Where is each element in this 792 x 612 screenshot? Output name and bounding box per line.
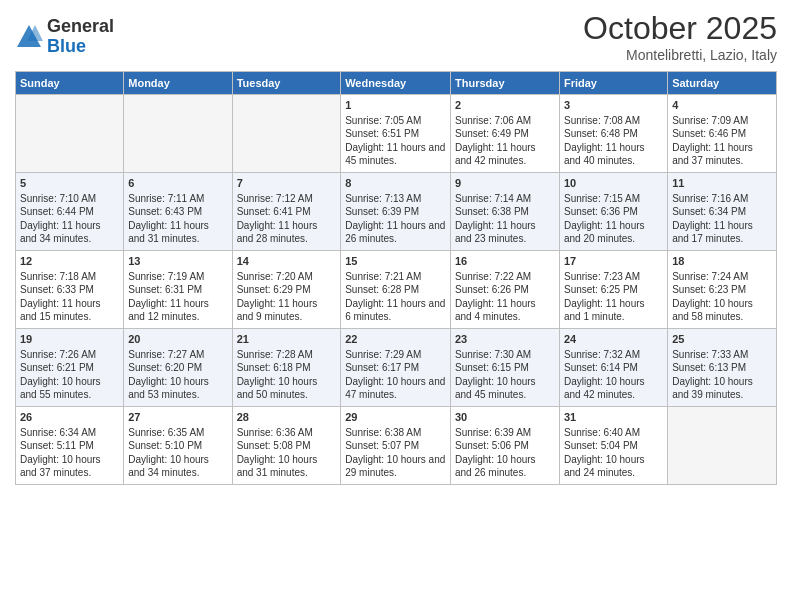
logo: General Blue: [15, 17, 114, 57]
day-number: 14: [237, 254, 337, 269]
day-number: 16: [455, 254, 555, 269]
calendar-cell: 21Sunrise: 7:28 AM Sunset: 6:18 PM Dayli…: [232, 329, 341, 407]
day-number: 9: [455, 176, 555, 191]
day-info: Sunrise: 7:22 AM Sunset: 6:26 PM Dayligh…: [455, 271, 536, 323]
day-info: Sunrise: 6:38 AM Sunset: 5:07 PM Dayligh…: [345, 427, 445, 479]
calendar-cell: 29Sunrise: 6:38 AM Sunset: 5:07 PM Dayli…: [341, 407, 451, 485]
day-number: 20: [128, 332, 227, 347]
calendar-cell: 26Sunrise: 6:34 AM Sunset: 5:11 PM Dayli…: [16, 407, 124, 485]
calendar-cell: 4Sunrise: 7:09 AM Sunset: 6:46 PM Daylig…: [668, 95, 777, 173]
calendar-cell: 14Sunrise: 7:20 AM Sunset: 6:29 PM Dayli…: [232, 251, 341, 329]
day-number: 21: [237, 332, 337, 347]
day-of-week-header: Saturday: [668, 72, 777, 95]
day-info: Sunrise: 7:21 AM Sunset: 6:28 PM Dayligh…: [345, 271, 445, 323]
calendar-cell: 25Sunrise: 7:33 AM Sunset: 6:13 PM Dayli…: [668, 329, 777, 407]
calendar-cell: 19Sunrise: 7:26 AM Sunset: 6:21 PM Dayli…: [16, 329, 124, 407]
day-number: 30: [455, 410, 555, 425]
day-number: 19: [20, 332, 119, 347]
day-info: Sunrise: 7:28 AM Sunset: 6:18 PM Dayligh…: [237, 349, 318, 401]
day-number: 10: [564, 176, 663, 191]
day-info: Sunrise: 7:27 AM Sunset: 6:20 PM Dayligh…: [128, 349, 209, 401]
calendar-week-row: 26Sunrise: 6:34 AM Sunset: 5:11 PM Dayli…: [16, 407, 777, 485]
day-number: 25: [672, 332, 772, 347]
calendar-cell: 13Sunrise: 7:19 AM Sunset: 6:31 PM Dayli…: [124, 251, 232, 329]
calendar-cell: 9Sunrise: 7:14 AM Sunset: 6:38 PM Daylig…: [451, 173, 560, 251]
calendar-cell: 1Sunrise: 7:05 AM Sunset: 6:51 PM Daylig…: [341, 95, 451, 173]
day-info: Sunrise: 7:33 AM Sunset: 6:13 PM Dayligh…: [672, 349, 753, 401]
day-info: Sunrise: 6:36 AM Sunset: 5:08 PM Dayligh…: [237, 427, 318, 479]
calendar-cell: 5Sunrise: 7:10 AM Sunset: 6:44 PM Daylig…: [16, 173, 124, 251]
day-info: Sunrise: 7:14 AM Sunset: 6:38 PM Dayligh…: [455, 193, 536, 245]
day-number: 2: [455, 98, 555, 113]
day-info: Sunrise: 7:12 AM Sunset: 6:41 PM Dayligh…: [237, 193, 318, 245]
day-number: 29: [345, 410, 446, 425]
day-of-week-header: Thursday: [451, 72, 560, 95]
day-number: 1: [345, 98, 446, 113]
day-number: 12: [20, 254, 119, 269]
day-info: Sunrise: 7:32 AM Sunset: 6:14 PM Dayligh…: [564, 349, 645, 401]
day-number: 27: [128, 410, 227, 425]
calendar-cell: 12Sunrise: 7:18 AM Sunset: 6:33 PM Dayli…: [16, 251, 124, 329]
calendar-cell: 2Sunrise: 7:06 AM Sunset: 6:49 PM Daylig…: [451, 95, 560, 173]
day-info: Sunrise: 7:24 AM Sunset: 6:23 PM Dayligh…: [672, 271, 753, 323]
logo-icon: [15, 23, 43, 51]
day-info: Sunrise: 7:15 AM Sunset: 6:36 PM Dayligh…: [564, 193, 645, 245]
calendar-cell: 20Sunrise: 7:27 AM Sunset: 6:20 PM Dayli…: [124, 329, 232, 407]
day-info: Sunrise: 7:29 AM Sunset: 6:17 PM Dayligh…: [345, 349, 445, 401]
calendar-table: SundayMondayTuesdayWednesdayThursdayFrid…: [15, 71, 777, 485]
day-number: 13: [128, 254, 227, 269]
calendar-body: 1Sunrise: 7:05 AM Sunset: 6:51 PM Daylig…: [16, 95, 777, 485]
calendar-cell: [16, 95, 124, 173]
calendar-cell: 7Sunrise: 7:12 AM Sunset: 6:41 PM Daylig…: [232, 173, 341, 251]
day-info: Sunrise: 7:09 AM Sunset: 6:46 PM Dayligh…: [672, 115, 753, 167]
day-number: 15: [345, 254, 446, 269]
day-info: Sunrise: 7:18 AM Sunset: 6:33 PM Dayligh…: [20, 271, 101, 323]
day-info: Sunrise: 7:06 AM Sunset: 6:49 PM Dayligh…: [455, 115, 536, 167]
page: General Blue October 2025 Montelibretti,…: [0, 0, 792, 612]
day-number: 24: [564, 332, 663, 347]
day-info: Sunrise: 7:16 AM Sunset: 6:34 PM Dayligh…: [672, 193, 753, 245]
calendar-cell: 24Sunrise: 7:32 AM Sunset: 6:14 PM Dayli…: [559, 329, 667, 407]
header: General Blue October 2025 Montelibretti,…: [15, 10, 777, 63]
day-of-week-header: Monday: [124, 72, 232, 95]
day-number: 17: [564, 254, 663, 269]
day-info: Sunrise: 6:40 AM Sunset: 5:04 PM Dayligh…: [564, 427, 645, 479]
day-info: Sunrise: 6:34 AM Sunset: 5:11 PM Dayligh…: [20, 427, 101, 479]
day-of-week-header: Tuesday: [232, 72, 341, 95]
calendar-cell: 10Sunrise: 7:15 AM Sunset: 6:36 PM Dayli…: [559, 173, 667, 251]
day-number: 6: [128, 176, 227, 191]
calendar-week-row: 12Sunrise: 7:18 AM Sunset: 6:33 PM Dayli…: [16, 251, 777, 329]
calendar-cell: 22Sunrise: 7:29 AM Sunset: 6:17 PM Dayli…: [341, 329, 451, 407]
day-number: 22: [345, 332, 446, 347]
logo-text: General Blue: [47, 17, 114, 57]
day-number: 31: [564, 410, 663, 425]
day-number: 28: [237, 410, 337, 425]
month-title: October 2025: [583, 10, 777, 47]
day-info: Sunrise: 7:26 AM Sunset: 6:21 PM Dayligh…: [20, 349, 101, 401]
calendar-header: SundayMondayTuesdayWednesdayThursdayFrid…: [16, 72, 777, 95]
day-info: Sunrise: 6:35 AM Sunset: 5:10 PM Dayligh…: [128, 427, 209, 479]
logo-general: General: [47, 16, 114, 36]
day-header-row: SundayMondayTuesdayWednesdayThursdayFrid…: [16, 72, 777, 95]
calendar-week-row: 1Sunrise: 7:05 AM Sunset: 6:51 PM Daylig…: [16, 95, 777, 173]
calendar-cell: 3Sunrise: 7:08 AM Sunset: 6:48 PM Daylig…: [559, 95, 667, 173]
day-of-week-header: Sunday: [16, 72, 124, 95]
day-info: Sunrise: 7:10 AM Sunset: 6:44 PM Dayligh…: [20, 193, 101, 245]
day-info: Sunrise: 7:19 AM Sunset: 6:31 PM Dayligh…: [128, 271, 209, 323]
calendar-cell: 15Sunrise: 7:21 AM Sunset: 6:28 PM Dayli…: [341, 251, 451, 329]
day-of-week-header: Friday: [559, 72, 667, 95]
location: Montelibretti, Lazio, Italy: [583, 47, 777, 63]
calendar-cell: 16Sunrise: 7:22 AM Sunset: 6:26 PM Dayli…: [451, 251, 560, 329]
calendar-cell: 18Sunrise: 7:24 AM Sunset: 6:23 PM Dayli…: [668, 251, 777, 329]
calendar-week-row: 5Sunrise: 7:10 AM Sunset: 6:44 PM Daylig…: [16, 173, 777, 251]
day-number: 11: [672, 176, 772, 191]
calendar-cell: 17Sunrise: 7:23 AM Sunset: 6:25 PM Dayli…: [559, 251, 667, 329]
day-number: 23: [455, 332, 555, 347]
calendar-cell: 31Sunrise: 6:40 AM Sunset: 5:04 PM Dayli…: [559, 407, 667, 485]
calendar-cell: 27Sunrise: 6:35 AM Sunset: 5:10 PM Dayli…: [124, 407, 232, 485]
day-number: 8: [345, 176, 446, 191]
calendar-week-row: 19Sunrise: 7:26 AM Sunset: 6:21 PM Dayli…: [16, 329, 777, 407]
calendar-cell: [232, 95, 341, 173]
calendar-cell: 28Sunrise: 6:36 AM Sunset: 5:08 PM Dayli…: [232, 407, 341, 485]
calendar-cell: 6Sunrise: 7:11 AM Sunset: 6:43 PM Daylig…: [124, 173, 232, 251]
